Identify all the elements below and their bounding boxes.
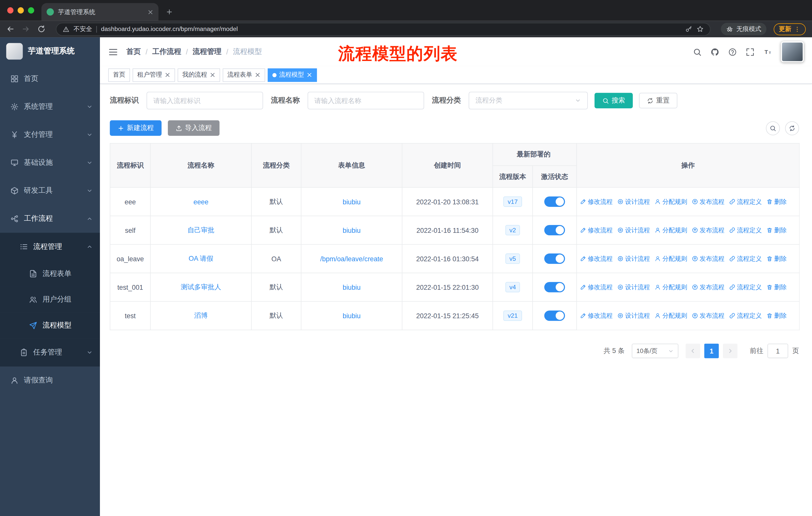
tag-close-icon[interactable] (210, 72, 215, 78)
sidebar-item-workflow[interactable]: 工作流程 (0, 205, 100, 233)
close-window-button[interactable] (7, 7, 13, 13)
assign-rule-link[interactable]: 分配规则 (655, 197, 688, 206)
page-number-button[interactable]: 1 (704, 344, 719, 358)
browser-tab[interactable]: 芋道管理系统 (41, 3, 158, 21)
process-name-link[interactable]: OA 请假 (188, 254, 213, 262)
address-bar[interactable]: 不安全 dashboard.yudao.iocoder.cn/bpm/manag… (56, 22, 710, 35)
form-info-link[interactable]: biubiu (343, 283, 360, 291)
design-process-link[interactable]: 设计流程 (617, 311, 650, 320)
sidebar-item-infrastructure[interactable]: 基础设施 (0, 148, 100, 176)
sidebar-item-system[interactable]: 系统管理 (0, 93, 100, 121)
github-icon[interactable] (710, 47, 719, 56)
tab-close-icon[interactable] (147, 9, 153, 15)
minimize-window-button[interactable] (18, 7, 24, 13)
browser-update-button[interactable]: 更新 (774, 23, 806, 35)
design-process-link[interactable]: 设计流程 (617, 197, 650, 206)
breadcrumb-item[interactable]: 流程管理 (193, 47, 222, 56)
form-info-link[interactable]: biubiu (343, 312, 360, 320)
page-size-select[interactable]: 10条/页 (632, 344, 678, 358)
delete-link[interactable]: 删除 (766, 197, 787, 206)
tag-process-model[interactable]: 流程模型 (268, 68, 317, 82)
user-avatar[interactable] (781, 42, 804, 62)
reload-button[interactable] (37, 25, 46, 33)
new-tab-button[interactable] (166, 8, 173, 16)
refresh-table-button[interactable] (785, 121, 799, 135)
publish-process-link[interactable]: 发布流程 (692, 311, 725, 320)
zoom-window-button[interactable] (28, 7, 34, 13)
reset-button[interactable]: 重置 (639, 93, 677, 108)
form-info-link[interactable]: biubiu (343, 198, 360, 206)
delete-link[interactable]: 删除 (766, 226, 787, 235)
browser-menu-kebab-icon[interactable] (794, 26, 801, 32)
bookmark-star-icon[interactable] (696, 25, 704, 33)
process-name-link[interactable]: 滔博 (194, 311, 208, 319)
process-definition-link[interactable]: 流程定义 (729, 197, 762, 206)
back-button[interactable] (6, 25, 14, 33)
breadcrumb-item[interactable]: 首页 (126, 47, 141, 56)
form-info-link[interactable]: biubiu (343, 226, 360, 234)
search-button[interactable]: 搜索 (594, 93, 633, 108)
tag-tenant-management[interactable]: 租户管理 (133, 68, 175, 82)
forward-button[interactable] (22, 25, 30, 33)
process-name-input[interactable] (308, 92, 424, 109)
process-definition-link[interactable]: 流程定义 (729, 226, 762, 235)
toggle-search-button[interactable] (766, 121, 780, 135)
password-key-icon[interactable] (685, 25, 692, 33)
edit-process-link[interactable]: 修改流程 (580, 283, 613, 292)
tag-process-form[interactable]: 流程表单 (223, 68, 265, 82)
tag-my-process[interactable]: 我的流程 (178, 68, 220, 82)
edit-process-link[interactable]: 修改流程 (580, 197, 613, 206)
delete-link[interactable]: 删除 (766, 254, 787, 263)
process-definition-link[interactable]: 流程定义 (729, 311, 762, 320)
assign-rule-link[interactable]: 分配规则 (655, 254, 688, 263)
process-name-link[interactable]: 自己审批 (187, 226, 214, 234)
assign-rule-link[interactable]: 分配规则 (655, 226, 688, 235)
publish-process-link[interactable]: 发布流程 (692, 283, 725, 292)
sidebar-item-payment[interactable]: 支付管理 (0, 121, 100, 148)
import-process-button[interactable]: 导入流程 (168, 120, 220, 136)
help-icon[interactable] (728, 47, 737, 56)
tag-close-icon[interactable] (307, 72, 312, 78)
sidebar-item-home[interactable]: 首页 (0, 65, 100, 93)
category-select[interactable]: 流程分类 (469, 92, 588, 109)
fullscreen-icon[interactable] (746, 47, 755, 56)
sidebar-item-devtools[interactable]: 研发工具 (0, 177, 100, 205)
app-logo[interactable]: 芋道管理系统 (0, 37, 100, 65)
prev-page-button[interactable] (686, 344, 700, 358)
design-process-link[interactable]: 设计流程 (617, 254, 650, 263)
next-page-button[interactable] (723, 344, 737, 358)
assign-rule-link[interactable]: 分配规则 (655, 283, 688, 292)
sidebar-item-process-model[interactable]: 流程模型 (0, 313, 100, 338)
sidebar-item-leave-query[interactable]: 请假查询 (0, 366, 100, 395)
assign-rule-link[interactable]: 分配规则 (655, 311, 688, 320)
active-toggle[interactable] (544, 196, 565, 207)
sidebar-item-user-group[interactable]: 用户分组 (0, 287, 100, 313)
tag-home[interactable]: 首页 (108, 68, 130, 82)
tag-close-icon[interactable] (255, 72, 261, 78)
breadcrumb-item[interactable]: 工作流程 (152, 47, 181, 56)
sidebar-item-process-form[interactable]: 流程表单 (0, 261, 100, 287)
design-process-link[interactable]: 设计流程 (617, 283, 650, 292)
font-size-icon[interactable] (763, 47, 772, 56)
goto-page-input[interactable] (767, 344, 788, 358)
publish-process-link[interactable]: 发布流程 (692, 226, 725, 235)
process-name-link[interactable]: eeee (194, 198, 209, 206)
edit-process-link[interactable]: 修改流程 (580, 226, 613, 235)
form-info-link[interactable]: /bpm/oa/leave/create (320, 255, 383, 263)
delete-link[interactable]: 删除 (766, 283, 787, 292)
publish-process-link[interactable]: 发布流程 (692, 197, 725, 206)
active-toggle[interactable] (544, 282, 565, 292)
tag-close-icon[interactable] (165, 72, 170, 78)
publish-process-link[interactable]: 发布流程 (692, 254, 725, 263)
process-id-input[interactable] (146, 92, 263, 109)
sidebar-item-task-management[interactable]: 任务管理 (0, 338, 100, 366)
process-name-link[interactable]: 测试多审批人 (181, 283, 221, 291)
edit-process-link[interactable]: 修改流程 (580, 254, 613, 263)
create-process-button[interactable]: 新建流程 (110, 120, 162, 136)
process-definition-link[interactable]: 流程定义 (729, 283, 762, 292)
active-toggle[interactable] (544, 310, 565, 321)
active-toggle[interactable] (544, 225, 565, 235)
process-definition-link[interactable]: 流程定义 (729, 254, 762, 263)
search-icon[interactable] (693, 47, 702, 56)
active-toggle[interactable] (544, 253, 565, 264)
